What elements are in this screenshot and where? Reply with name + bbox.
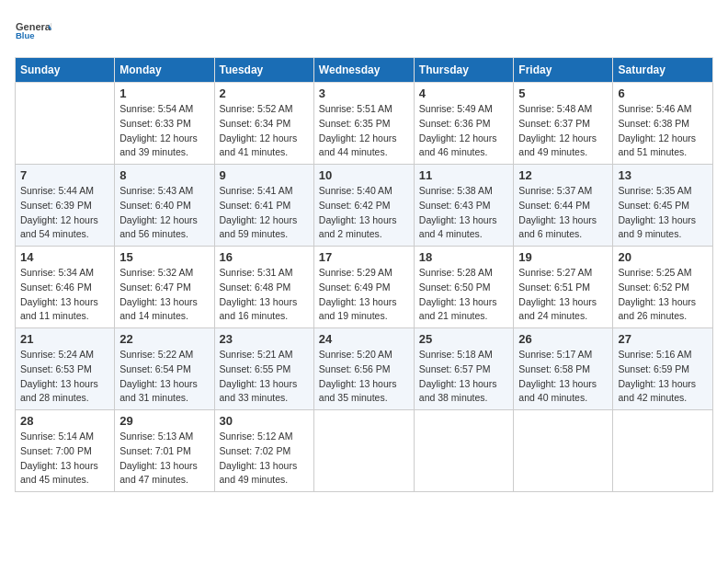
weekday-header-wednesday: Wednesday: [313, 58, 414, 83]
calendar-cell: 7Sunrise: 5:44 AM Sunset: 6:39 PM Daylig…: [16, 165, 115, 247]
day-info: Sunrise: 5:14 AM Sunset: 7:00 PM Dayligh…: [20, 430, 109, 488]
calendar-cell: 23Sunrise: 5:21 AM Sunset: 6:55 PM Dayli…: [214, 328, 313, 410]
week-row-2: 7Sunrise: 5:44 AM Sunset: 6:39 PM Daylig…: [16, 165, 713, 247]
calendar-table: SundayMondayTuesdayWednesdayThursdayFrid…: [15, 57, 713, 492]
calendar-cell: [613, 410, 713, 492]
day-number: 4: [419, 86, 509, 100]
day-info: Sunrise: 5:29 AM Sunset: 6:49 PM Dayligh…: [319, 266, 409, 324]
calendar-cell: 29Sunrise: 5:13 AM Sunset: 7:01 PM Dayli…: [115, 410, 214, 492]
day-info: Sunrise: 5:52 AM Sunset: 6:34 PM Dayligh…: [220, 102, 309, 160]
day-info: Sunrise: 5:34 AM Sunset: 6:46 PM Dayligh…: [20, 266, 109, 324]
calendar-cell: 2Sunrise: 5:52 AM Sunset: 6:34 PM Daylig…: [214, 83, 313, 165]
day-number: 29: [119, 414, 209, 428]
day-info: Sunrise: 5:17 AM Sunset: 6:58 PM Dayligh…: [518, 348, 608, 406]
weekday-header-friday: Friday: [514, 58, 613, 83]
day-info: Sunrise: 5:18 AM Sunset: 6:57 PM Dayligh…: [419, 348, 509, 406]
week-row-4: 21Sunrise: 5:24 AM Sunset: 6:53 PM Dayli…: [16, 328, 713, 410]
calendar-cell: 9Sunrise: 5:41 AM Sunset: 6:41 PM Daylig…: [214, 165, 313, 247]
day-number: 8: [119, 168, 209, 182]
day-number: 6: [618, 86, 708, 100]
day-number: 22: [119, 332, 209, 346]
day-info: Sunrise: 5:37 AM Sunset: 6:44 PM Dayligh…: [518, 184, 608, 242]
day-number: 21: [20, 332, 109, 346]
day-info: Sunrise: 5:20 AM Sunset: 6:56 PM Dayligh…: [319, 348, 409, 406]
day-number: 16: [220, 250, 309, 264]
day-info: Sunrise: 5:21 AM Sunset: 6:55 PM Dayligh…: [220, 348, 309, 406]
calendar-cell: 22Sunrise: 5:22 AM Sunset: 6:54 PM Dayli…: [115, 328, 214, 410]
calendar-cell: 3Sunrise: 5:51 AM Sunset: 6:35 PM Daylig…: [313, 83, 414, 165]
day-info: Sunrise: 5:27 AM Sunset: 6:51 PM Dayligh…: [518, 266, 608, 324]
calendar-cell: 21Sunrise: 5:24 AM Sunset: 6:53 PM Dayli…: [16, 328, 115, 410]
calendar-cell: 24Sunrise: 5:20 AM Sunset: 6:56 PM Dayli…: [313, 328, 414, 410]
day-number: 2: [220, 86, 309, 100]
calendar-cell: 15Sunrise: 5:32 AM Sunset: 6:47 PM Dayli…: [115, 247, 214, 328]
calendar-cell: 11Sunrise: 5:38 AM Sunset: 6:43 PM Dayli…: [414, 165, 514, 247]
day-info: Sunrise: 5:51 AM Sunset: 6:35 PM Dayligh…: [319, 102, 409, 160]
day-number: 13: [618, 168, 708, 182]
header-row: SundayMondayTuesdayWednesdayThursdayFrid…: [16, 58, 713, 83]
calendar-cell: 10Sunrise: 5:40 AM Sunset: 6:42 PM Dayli…: [313, 165, 414, 247]
day-info: Sunrise: 5:54 AM Sunset: 6:33 PM Dayligh…: [119, 102, 209, 160]
week-row-3: 14Sunrise: 5:34 AM Sunset: 6:46 PM Dayli…: [16, 247, 713, 328]
day-number: 28: [20, 414, 109, 428]
day-number: 10: [319, 168, 409, 182]
week-row-1: 1Sunrise: 5:54 AM Sunset: 6:33 PM Daylig…: [16, 83, 713, 165]
day-number: 18: [419, 250, 509, 264]
day-number: 3: [319, 86, 409, 100]
day-number: 1: [119, 86, 209, 100]
day-info: Sunrise: 5:41 AM Sunset: 6:41 PM Dayligh…: [220, 184, 309, 242]
day-number: 7: [20, 168, 109, 182]
weekday-header-monday: Monday: [115, 58, 214, 83]
day-info: Sunrise: 5:16 AM Sunset: 6:59 PM Dayligh…: [618, 348, 708, 406]
logo: General Blue: [15, 15, 51, 48]
day-info: Sunrise: 5:38 AM Sunset: 6:43 PM Dayligh…: [419, 184, 509, 242]
weekday-header-sunday: Sunday: [16, 58, 115, 83]
day-number: 11: [419, 168, 509, 182]
day-number: 25: [419, 332, 509, 346]
day-info: Sunrise: 5:44 AM Sunset: 6:39 PM Dayligh…: [20, 184, 109, 242]
calendar-cell: 14Sunrise: 5:34 AM Sunset: 6:46 PM Dayli…: [16, 247, 115, 328]
logo-svg: General Blue: [15, 15, 51, 48]
day-number: 26: [518, 332, 608, 346]
calendar-cell: 25Sunrise: 5:18 AM Sunset: 6:57 PM Dayli…: [414, 328, 514, 410]
day-number: 24: [319, 332, 409, 346]
day-info: Sunrise: 5:28 AM Sunset: 6:50 PM Dayligh…: [419, 266, 509, 324]
day-info: Sunrise: 5:12 AM Sunset: 7:02 PM Dayligh…: [220, 430, 309, 488]
calendar-cell: [313, 410, 414, 492]
svg-text:Blue: Blue: [16, 30, 35, 40]
day-number: 14: [20, 250, 109, 264]
day-number: 19: [518, 250, 608, 264]
day-number: 27: [618, 332, 708, 346]
day-info: Sunrise: 5:48 AM Sunset: 6:37 PM Dayligh…: [518, 102, 608, 160]
header: General Blue: [15, 15, 713, 48]
weekday-header-thursday: Thursday: [414, 58, 514, 83]
day-number: 12: [518, 168, 608, 182]
calendar-cell: [16, 83, 115, 165]
day-number: 30: [220, 414, 309, 428]
calendar-cell: [414, 410, 514, 492]
day-info: Sunrise: 5:43 AM Sunset: 6:40 PM Dayligh…: [119, 184, 209, 242]
calendar-cell: 8Sunrise: 5:43 AM Sunset: 6:40 PM Daylig…: [115, 165, 214, 247]
calendar-cell: 17Sunrise: 5:29 AM Sunset: 6:49 PM Dayli…: [313, 247, 414, 328]
day-info: Sunrise: 5:24 AM Sunset: 6:53 PM Dayligh…: [20, 348, 109, 406]
week-row-5: 28Sunrise: 5:14 AM Sunset: 7:00 PM Dayli…: [16, 410, 713, 492]
day-number: 23: [220, 332, 309, 346]
day-number: 20: [618, 250, 708, 264]
calendar-cell: 26Sunrise: 5:17 AM Sunset: 6:58 PM Dayli…: [514, 328, 613, 410]
day-number: 5: [518, 86, 608, 100]
calendar-cell: 20Sunrise: 5:25 AM Sunset: 6:52 PM Dayli…: [613, 247, 713, 328]
calendar-cell: 6Sunrise: 5:46 AM Sunset: 6:38 PM Daylig…: [613, 83, 713, 165]
day-info: Sunrise: 5:49 AM Sunset: 6:36 PM Dayligh…: [419, 102, 509, 160]
day-info: Sunrise: 5:32 AM Sunset: 6:47 PM Dayligh…: [119, 266, 209, 324]
weekday-header-saturday: Saturday: [613, 58, 713, 83]
day-info: Sunrise: 5:31 AM Sunset: 6:48 PM Dayligh…: [220, 266, 309, 324]
day-info: Sunrise: 5:22 AM Sunset: 6:54 PM Dayligh…: [119, 348, 209, 406]
calendar-cell: 19Sunrise: 5:27 AM Sunset: 6:51 PM Dayli…: [514, 247, 613, 328]
calendar-cell: 1Sunrise: 5:54 AM Sunset: 6:33 PM Daylig…: [115, 83, 214, 165]
calendar-cell: 28Sunrise: 5:14 AM Sunset: 7:00 PM Dayli…: [16, 410, 115, 492]
calendar-cell: 18Sunrise: 5:28 AM Sunset: 6:50 PM Dayli…: [414, 247, 514, 328]
day-info: Sunrise: 5:46 AM Sunset: 6:38 PM Dayligh…: [618, 102, 708, 160]
calendar-cell: 13Sunrise: 5:35 AM Sunset: 6:45 PM Dayli…: [613, 165, 713, 247]
day-number: 17: [319, 250, 409, 264]
calendar-cell: 5Sunrise: 5:48 AM Sunset: 6:37 PM Daylig…: [514, 83, 613, 165]
